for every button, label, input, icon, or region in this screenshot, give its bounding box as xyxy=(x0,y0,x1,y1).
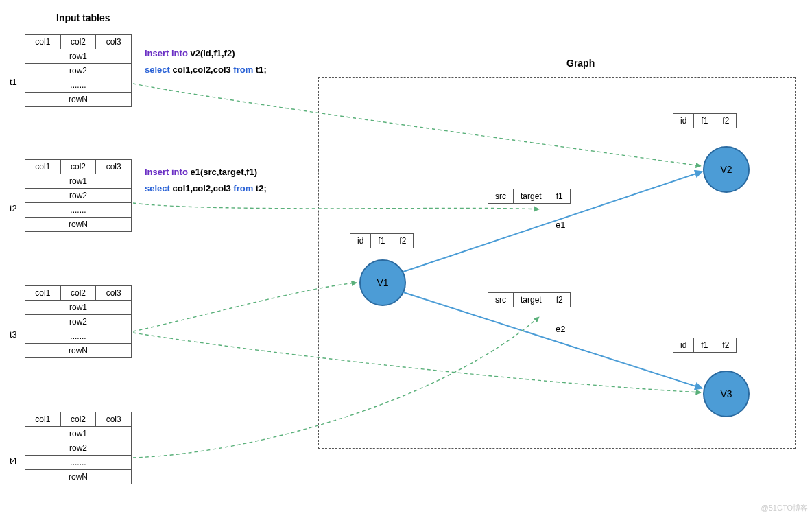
table-row: col1col2col3 xyxy=(25,160,132,174)
table-row: rowN xyxy=(25,93,132,107)
e2-fields: srctargetf2 xyxy=(488,292,571,307)
table-row: row2 xyxy=(25,315,132,329)
table-row: row2 xyxy=(25,441,132,456)
node-v1: V1 xyxy=(359,259,406,306)
table-row: row2 xyxy=(25,189,132,203)
sql-select-t1: select col1,col2,col3 from t1; xyxy=(145,64,267,75)
node-v3: V3 xyxy=(703,371,750,417)
table-t3: col1col2col3 row1 row2 ....... rowN xyxy=(25,285,132,358)
table-row: row1 xyxy=(25,174,132,189)
table-row: ....... xyxy=(25,203,132,218)
table-row: row2 xyxy=(25,64,132,78)
node-v2: V2 xyxy=(703,146,750,193)
v1-fields: idf1f2 xyxy=(350,233,414,248)
e1-fields: srctargetf1 xyxy=(488,189,571,204)
t2-label: t2 xyxy=(10,203,17,213)
t1-label: t1 xyxy=(10,77,17,87)
table-row: ....... xyxy=(25,329,132,344)
graph-title: Graph xyxy=(566,58,595,69)
v3-fields: idf1f2 xyxy=(673,338,737,353)
sql-insert-v2: Insert into v2(id,f1,f2) xyxy=(145,48,235,58)
edge-e2-label: e2 xyxy=(556,324,565,334)
table-t1: col1col2col3 row1 row2 ....... rowN xyxy=(25,34,132,107)
table-row: rowN xyxy=(25,470,132,484)
table-row: row1 xyxy=(25,49,132,64)
edge-e1-label: e1 xyxy=(556,220,565,230)
table-row: row1 xyxy=(25,427,132,441)
table-t4: col1col2col3 row1 row2 ....... rowN xyxy=(25,412,132,484)
table-row: col1col2col3 xyxy=(25,286,132,301)
t3-label: t3 xyxy=(10,329,17,340)
table-row: rowN xyxy=(25,344,132,358)
input-tables-title: Input tables xyxy=(56,12,110,23)
table-row: ....... xyxy=(25,456,132,470)
sql-select-t2: select col1,col2,col3 from t2; xyxy=(145,183,267,194)
table-t2: col1col2col3 row1 row2 ....... rowN xyxy=(25,159,132,232)
sql-insert-e1: Insert into e1(src,target,f1) xyxy=(145,167,257,177)
table-row: col1col2col3 xyxy=(25,412,132,427)
table-row: row1 xyxy=(25,301,132,315)
t4-label: t4 xyxy=(10,456,17,466)
table-row: rowN xyxy=(25,218,132,232)
table-row: ....... xyxy=(25,78,132,93)
v2-fields: idf1f2 xyxy=(673,113,737,128)
watermark: @51CTO博客 xyxy=(761,503,808,513)
table-row: col1col2col3 xyxy=(25,35,132,49)
